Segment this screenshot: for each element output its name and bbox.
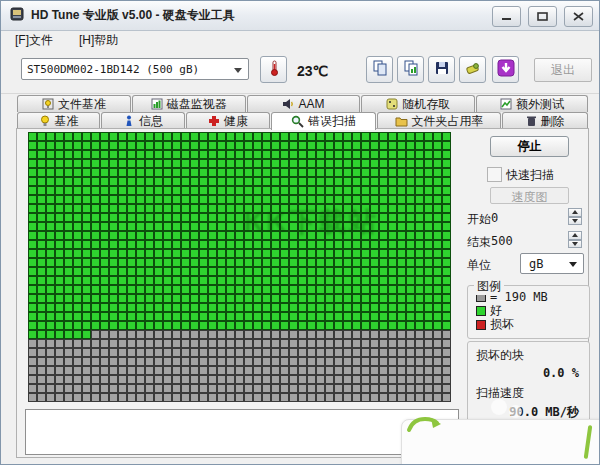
tab-row-2: 基准信息健康错误扫描文件夹占用率删除 (17, 112, 589, 129)
tab-random-access[interactable]: 随机存取 (361, 95, 475, 112)
window-title: HD Tune 专业版 v5.00 - 硬盘专业工具 (31, 7, 235, 24)
health-icon (208, 115, 220, 127)
tab-file-benchmark[interactable]: 文件基准 (17, 95, 131, 112)
temperature-value: 23℃ (297, 63, 328, 79)
scan-speed-label: 扫描速度 (476, 385, 589, 402)
menu-help[interactable]: [H]帮助 (79, 32, 118, 49)
tab-label: 基准 (55, 113, 79, 130)
chevron-down-icon (569, 262, 577, 267)
legend-title: 图例 (474, 278, 504, 295)
tab-label: 文件夹占用率 (412, 113, 484, 130)
error-scan-icon (291, 115, 304, 128)
green-exclamation-icon (584, 425, 593, 459)
tab-extra-test[interactable]: 额外测试 (476, 95, 588, 112)
start-input[interactable]: 0 (491, 211, 498, 225)
tab-row-1: 文件基准磁盘监视器AAM随机存取额外测试 (17, 95, 589, 112)
tab-label: AAM (298, 97, 324, 111)
tab-info[interactable]: 信息 (101, 112, 185, 129)
start-spinner-up[interactable] (568, 208, 582, 217)
copy-icon (372, 60, 388, 79)
aam-icon (282, 98, 294, 110)
thermometer-icon (268, 60, 280, 79)
chevron-down-icon (234, 68, 242, 73)
tab-label: 信息 (139, 113, 163, 130)
arrow-down-icon (572, 242, 578, 246)
folder-usage-icon (395, 115, 408, 127)
arrow-up-icon (572, 233, 578, 237)
save-icon (434, 60, 450, 79)
start-label: 开始 (467, 211, 491, 228)
end-spinner-down[interactable] (568, 240, 582, 249)
damaged-blocks-value: 0.0 % (468, 366, 579, 380)
legend-group: 图例 = 190 MB 好 损坏 (467, 285, 590, 339)
tab-label: 额外测试 (516, 96, 564, 113)
tab-label: 文件基准 (58, 96, 106, 113)
capture-icon (465, 60, 481, 79)
overlay-popup (401, 419, 600, 465)
toolbar: ST500DM002-1BD142 (500 gB) 23℃ 退出 (1, 50, 599, 94)
capture-icon-button[interactable] (459, 56, 486, 83)
titlebar: HD Tune 专业版 v5.00 - 硬盘专业工具 (1, 1, 599, 31)
unit-label: 单位 (467, 257, 491, 274)
tab-aam[interactable]: AAM (247, 95, 361, 112)
exit-button[interactable]: 退出 (534, 58, 592, 82)
curved-arrow-icon (405, 414, 445, 439)
bad-swatch (476, 320, 486, 330)
tab-error-scan[interactable]: 错误扫描 (271, 112, 376, 130)
disk-monitor-icon (151, 98, 163, 110)
tab-erase[interactable]: 删除 (502, 112, 588, 129)
unit-select-value: gB (529, 257, 543, 271)
app-icon (9, 6, 25, 25)
end-spinner (568, 231, 582, 248)
speed-map-button[interactable]: 速度图 (490, 187, 569, 204)
maximize-icon[interactable] (528, 6, 557, 27)
menu-file[interactable]: [F]文件 (15, 32, 53, 49)
download-icon-button[interactable] (492, 56, 519, 83)
file-benchmark-icon (42, 98, 54, 110)
unit-select[interactable]: gB (520, 253, 584, 274)
tab-label: 错误扫描 (308, 113, 356, 130)
bad-label: 损坏 (490, 316, 514, 333)
end-input[interactable]: 500 (491, 234, 513, 248)
good-swatch (476, 306, 486, 316)
quick-scan-label: 快速扫描 (506, 167, 554, 184)
quick-scan-checkbox[interactable] (487, 167, 502, 182)
result-textbox (25, 409, 459, 455)
end-label: 结束 (467, 234, 491, 251)
end-spinner-up[interactable] (568, 231, 582, 240)
stop-button[interactable]: 停止 (490, 136, 569, 157)
start-spinner-down[interactable] (568, 217, 582, 226)
temperature-button[interactable] (260, 56, 287, 83)
menu-bar: [F]文件 [H]帮助 (1, 31, 599, 50)
app-window: HD Tune 专业版 v5.00 - 硬盘专业工具 [F]文件 [H]帮助 S… (0, 0, 600, 465)
close-icon[interactable] (564, 6, 593, 27)
drive-select[interactable]: ST500DM002-1BD142 (500 gB) (21, 58, 249, 80)
arrow-up-icon (572, 210, 578, 214)
benchmark-icon (39, 115, 51, 127)
download-icon (497, 59, 515, 80)
copy-chart-icon-button[interactable] (397, 56, 424, 83)
random-access-icon (386, 98, 398, 110)
scan-grid (28, 132, 451, 402)
drive-select-value: ST500DM002-1BD142 (500 gB) (27, 63, 199, 76)
arrow-down-icon (572, 219, 578, 223)
tab-label: 健康 (224, 113, 248, 130)
extra-test-icon (500, 98, 512, 110)
start-spinner (568, 208, 582, 225)
tab-label: 随机存取 (402, 96, 450, 113)
tab-label: 磁盘监视器 (167, 96, 227, 113)
tab-health[interactable]: 健康 (186, 112, 270, 129)
tab-benchmark[interactable]: 基准 (17, 112, 100, 129)
info-icon (123, 115, 135, 127)
tab-disk-monitor[interactable]: 磁盘监视器 (132, 95, 246, 112)
tab-folder-usage[interactable]: 文件夹占用率 (377, 112, 501, 129)
copy-chart-icon (403, 60, 419, 79)
copy-icon-button[interactable] (366, 56, 393, 83)
delete-icon (526, 115, 537, 127)
save-icon-button[interactable] (428, 56, 455, 83)
minimize-icon[interactable] (492, 6, 521, 27)
tab-label: 删除 (541, 113, 565, 130)
damaged-blocks-label: 损坏的块 (476, 347, 589, 364)
